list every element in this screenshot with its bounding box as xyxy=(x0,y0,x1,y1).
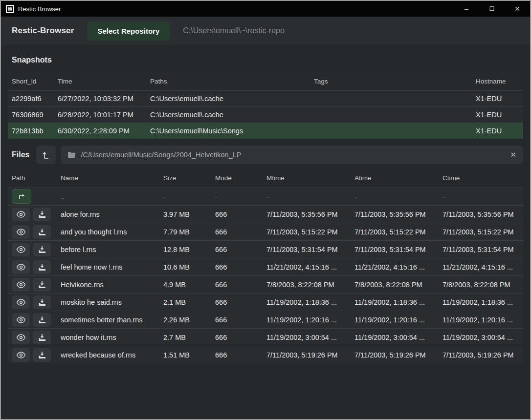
go-to-root-button[interactable] xyxy=(36,146,56,164)
eye-icon xyxy=(16,352,26,358)
file-ctime: 11/21/2002, 4:15:16 ... xyxy=(442,263,519,271)
close-button[interactable]: ✕ xyxy=(505,1,530,17)
file-size: 1.51 MB xyxy=(163,351,215,359)
file-name: .. xyxy=(61,193,163,201)
file-mtime: 11/19/2002, 3:00:54 ... xyxy=(266,334,354,341)
file-size: 3.97 MB xyxy=(163,210,215,218)
file-name: before l.rns xyxy=(61,246,163,253)
download-file-button[interactable] xyxy=(33,313,51,327)
eye-icon xyxy=(16,264,26,271)
file-size: 2.7 MB xyxy=(163,334,215,341)
snapshot-row[interactable]: 76306869 6/28/2022, 10:01:17 PM C:\Users… xyxy=(8,106,523,123)
download-file-button[interactable] xyxy=(33,331,51,344)
snapshot-row-selected[interactable]: 72b813bb 6/30/2022, 2:28:09 PM C:\Users\… xyxy=(8,123,523,139)
view-file-button[interactable] xyxy=(12,243,30,256)
download-file-button[interactable] xyxy=(33,295,51,309)
file-mtime: 7/11/2003, 5:19:26 PM xyxy=(266,351,354,359)
select-repository-button[interactable]: Select Repository xyxy=(87,21,171,41)
snapshot-time: 6/27/2022, 10:03:32 PM xyxy=(58,95,150,103)
snapshot-row[interactable]: a2299af6 6/27/2022, 10:03:32 PM C:\Users… xyxy=(8,90,523,106)
file-ctime: 7/11/2003, 5:15:22 PM xyxy=(442,228,519,236)
download-icon xyxy=(38,263,46,271)
view-file-button[interactable] xyxy=(12,260,30,274)
view-file-button[interactable] xyxy=(12,295,30,309)
download-file-button[interactable] xyxy=(33,260,51,274)
file-ctime: 7/11/2003, 5:35:56 PM xyxy=(442,210,519,218)
clear-path-icon[interactable]: ✕ xyxy=(510,150,516,159)
view-file-button[interactable] xyxy=(12,348,30,362)
app-logo-icon: W xyxy=(6,5,14,13)
eye-icon xyxy=(16,316,26,323)
file-row[interactable]: and you thought l.rns7.79 MB6667/11/2003… xyxy=(8,223,523,240)
download-file-button[interactable] xyxy=(33,208,51,221)
parent-directory-row[interactable]: .. - - - - - xyxy=(8,188,523,205)
download-file-button[interactable] xyxy=(33,243,51,256)
view-file-button[interactable] xyxy=(12,331,30,344)
column-header-ctime: Ctime xyxy=(442,174,519,182)
go-up-directory-button[interactable] xyxy=(12,189,31,204)
up-level-icon xyxy=(42,150,50,159)
column-header-tags: Tags xyxy=(314,78,476,85)
view-file-button[interactable] xyxy=(12,278,30,292)
column-header-paths: Paths xyxy=(150,78,314,85)
file-ctime: 11/19/2002, 1:18:36 ... xyxy=(442,298,519,306)
file-atime: 11/19/2002, 1:18:36 ... xyxy=(354,298,442,306)
repository-path: C:\Users\emuell\~\restic-repo xyxy=(183,26,285,35)
file-mtime: 11/21/2002, 4:15:16 ... xyxy=(266,263,354,271)
file-row[interactable]: sometimes better than.rns2.26 MB66611/19… xyxy=(8,311,523,328)
file-name: feel home now !.rns xyxy=(61,263,163,271)
snapshot-short-id: 72b813bb xyxy=(12,127,58,135)
file-row[interactable]: feel home now !.rns10.6 MB66611/21/2002,… xyxy=(8,258,523,275)
file-name: sometimes better than.rns xyxy=(61,316,163,324)
eye-icon xyxy=(16,281,26,288)
file-mtime: 7/8/2003, 8:22:08 PM xyxy=(266,281,354,289)
maximize-button[interactable]: ☐ xyxy=(479,1,505,17)
file-row[interactable]: wrecked because of.rns1.51 MB6667/11/200… xyxy=(8,346,523,363)
file-mode: 666 xyxy=(215,246,266,253)
minimize-button[interactable]: – xyxy=(454,1,479,17)
file-atime: 7/11/2003, 5:35:56 PM xyxy=(354,210,442,218)
file-row[interactable]: Helvikone.rns4.9 MB6667/8/2003, 8:22:08 … xyxy=(8,275,523,293)
file-row[interactable]: moskito he said.rns2.1 MB66611/19/2002, … xyxy=(8,293,523,311)
file-name: Helvikone.rns xyxy=(61,281,163,289)
column-header-time: Time xyxy=(58,78,150,85)
file-mode: 666 xyxy=(215,281,266,289)
download-file-button[interactable] xyxy=(33,348,51,362)
files-table: Path Name Size Mode Mtime Atime Ctime xyxy=(8,164,523,363)
file-row[interactable]: before l.rns12.8 MB6667/11/2003, 5:31:54… xyxy=(8,240,523,258)
file-mode: 666 xyxy=(215,334,266,341)
download-icon xyxy=(38,228,46,236)
file-row[interactable]: alone for.rns3.97 MB6667/11/2003, 5:35:5… xyxy=(8,205,523,223)
file-mtime: - xyxy=(266,193,354,201)
snapshot-time: 6/30/2022, 2:28:09 PM xyxy=(58,127,150,135)
view-file-button[interactable] xyxy=(12,313,30,327)
eye-icon xyxy=(16,299,26,306)
window-title: Restic Browser xyxy=(18,5,61,13)
file-name: moskito he said.rns xyxy=(61,298,163,306)
file-ctime: 7/11/2003, 5:19:26 PM xyxy=(442,351,519,359)
file-mtime: 11/19/2002, 1:20:16 ... xyxy=(266,316,354,324)
file-row[interactable]: wonder how it.rns2.7 MB66611/19/2002, 3:… xyxy=(8,328,523,346)
download-file-button[interactable] xyxy=(33,278,51,292)
files-table-header: Path Name Size Mode Mtime Atime Ctime xyxy=(8,168,523,188)
file-mtime: 7/11/2003, 5:31:54 PM xyxy=(266,246,354,253)
download-icon xyxy=(38,334,46,341)
path-breadcrumb[interactable]: /C/Users/emuell/Music/Songs/2004_Helveti… xyxy=(61,146,523,164)
download-icon xyxy=(38,316,46,324)
titlebar: W Restic Browser – ☐ ✕ xyxy=(1,1,530,17)
snapshot-short-id: a2299af6 xyxy=(12,95,58,103)
file-ctime: - xyxy=(442,193,519,201)
view-file-button[interactable] xyxy=(12,225,30,239)
column-header-mtime: Mtime xyxy=(266,174,354,182)
file-atime: 11/19/2002, 1:20:16 ... xyxy=(354,316,442,324)
header-bar: Restic-Browser Select Repository C:\User… xyxy=(1,17,530,45)
files-title: Files xyxy=(8,150,29,159)
file-mode: 666 xyxy=(215,298,266,306)
view-file-button[interactable] xyxy=(12,208,30,221)
snapshot-paths: C:\Users\emuell\Music\Songs xyxy=(150,127,314,135)
column-header-mode: Mode xyxy=(215,174,266,182)
eye-icon xyxy=(16,246,26,253)
download-icon xyxy=(38,281,46,289)
folder-icon xyxy=(67,151,76,158)
download-file-button[interactable] xyxy=(33,225,51,239)
